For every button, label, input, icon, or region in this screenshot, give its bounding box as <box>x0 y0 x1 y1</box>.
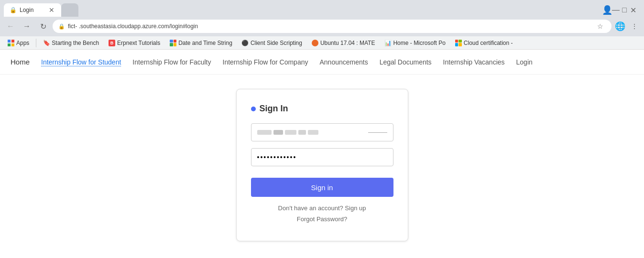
url-text: fict- .southeastasia.cloudapp.azure.com/… <box>68 23 591 30</box>
forgot-password-link[interactable]: Forgot Password? <box>251 215 393 223</box>
browser-chrome: 🔒 Login ✕ 👤 — □ ✕ ← → ↻ 🔒 fict- .southea… <box>0 0 644 50</box>
tab-favicon: 🔒 <box>10 7 17 13</box>
bookmark-erpnext[interactable]: B Erpnext Tutorials <box>105 39 164 47</box>
tab-title: Login <box>20 7 45 13</box>
blue-dot-icon <box>251 107 256 111</box>
bookmark-starting-bench[interactable]: 🔖 Starting the Bench <box>39 39 103 47</box>
cloud-favicon <box>455 40 462 46</box>
nav-login[interactable]: Login <box>515 56 534 68</box>
bookmark-microsoft[interactable]: 📊 Home - Microsoft Po <box>381 39 449 47</box>
site-navigation: Home Internship Flow for Student Interns… <box>0 50 644 75</box>
security-icon: 🔒 <box>58 23 65 30</box>
bookmark-ubuntu[interactable]: Ubuntu 17.04 : MATE <box>308 39 379 47</box>
github-favicon: ⚫ <box>242 40 249 46</box>
ubuntu-favicon <box>312 40 318 46</box>
user-account-icon[interactable]: 👤 <box>604 7 611 13</box>
tab-bar: 🔒 Login ✕ 👤 — □ ✕ <box>0 0 644 17</box>
nav-home[interactable]: Home <box>10 56 31 68</box>
nav-legal-documents[interactable]: Legal Documents <box>379 56 433 68</box>
bookmark-erpnext-label: Erpnext Tutorials <box>117 40 160 46</box>
maximize-button[interactable]: □ <box>621 7 628 13</box>
bookmark-starting-bench-label: Starting the Bench <box>52 40 99 46</box>
bookmark-microsoft-label: Home - Microsoft Po <box>393 40 445 46</box>
reload-button[interactable]: ↻ <box>36 20 50 33</box>
sign-in-button[interactable]: Sign in <box>251 178 393 197</box>
nav-internship-flow-faculty[interactable]: Internship Flow for Faculty <box>131 56 212 68</box>
nav-announcements[interactable]: Announcements <box>318 56 369 68</box>
address-bar: ← → ↻ 🔒 fict- .southeastasia.cloudapp.az… <box>0 17 644 36</box>
page-content: Home Internship Flow for Student Interns… <box>0 50 644 258</box>
bench-favicon: 🔖 <box>43 40 50 46</box>
bookmarks-bar: Apps 🔖 Starting the Bench B Erpnext Tuto… <box>0 36 644 50</box>
bookmark-client-scripting[interactable]: ⚫ Client Side Scripting <box>238 39 306 47</box>
close-button[interactable]: ✕ <box>630 7 636 13</box>
erpnext-favicon: B <box>109 40 115 46</box>
bookmark-cloud-cert[interactable]: Cloud certification - <box>451 39 517 47</box>
bookmark-cloud-cert-label: Cloud certification - <box>464 40 513 46</box>
email-display[interactable] <box>251 123 393 141</box>
url-bar[interactable]: 🔒 fict- .southeastasia.cloudapp.azure.co… <box>53 20 611 33</box>
email-field-container <box>251 123 393 141</box>
chrome-icon: 🌐 <box>614 21 626 32</box>
tab-close-button[interactable]: ✕ <box>48 5 55 15</box>
bookmark-datetime[interactable]: Date and Time String <box>166 39 236 47</box>
svg-rect-2 <box>8 43 11 46</box>
password-input[interactable] <box>251 148 393 166</box>
nav-internship-vacancies[interactable]: Internship Vacancies <box>442 56 506 68</box>
svg-rect-0 <box>8 40 11 43</box>
bookmark-datetime-label: Date and Time String <box>178 40 232 46</box>
sign-in-title-bar: Sign In <box>251 104 393 114</box>
svg-rect-1 <box>11 40 14 43</box>
bookmark-apps-label: Apps <box>16 40 29 46</box>
forward-button[interactable]: → <box>20 20 33 33</box>
datetime-favicon <box>170 40 176 46</box>
bookmark-apps[interactable]: Apps <box>4 39 33 47</box>
sign-in-title-text: Sign In <box>260 104 288 114</box>
svg-rect-3 <box>11 43 14 46</box>
apps-grid-icon <box>8 40 14 46</box>
form-footer: Don't have an account? Sign up Forgot Pa… <box>251 204 393 223</box>
back-button[interactable]: ← <box>4 20 17 33</box>
bookmark-client-scripting-label: Client Side Scripting <box>251 40 302 46</box>
bookmark-ubuntu-label: Ubuntu 17.04 : MATE <box>320 40 375 46</box>
inactive-tab[interactable] <box>61 3 78 17</box>
nav-internship-flow-student[interactable]: Internship Flow for Student <box>40 56 122 68</box>
minimize-button[interactable]: — <box>612 7 619 13</box>
signup-link[interactable]: Don't have an account? Sign up <box>251 204 393 212</box>
form-container: Sign In <box>0 75 644 256</box>
active-tab[interactable]: 🔒 Login ✕ <box>4 3 61 17</box>
bookmark-separator <box>36 39 36 47</box>
extensions-icon[interactable]: ⋮ <box>629 21 640 32</box>
sign-in-card: Sign In <box>236 89 408 241</box>
nav-internship-flow-company[interactable]: Internship Flow for Company <box>222 56 309 68</box>
microsoft-chart-favicon: 📊 <box>384 40 391 46</box>
password-field-container <box>251 148 393 166</box>
bookmark-star-icon[interactable]: ☆ <box>594 21 606 32</box>
